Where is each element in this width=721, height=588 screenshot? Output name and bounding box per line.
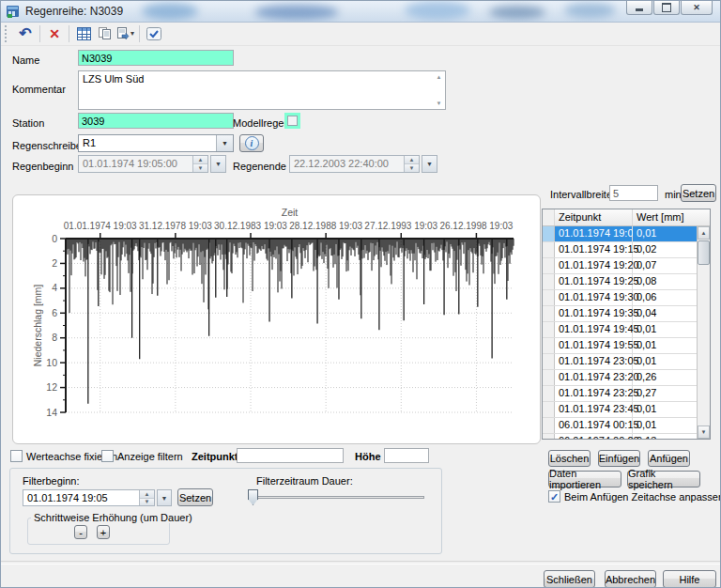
regenschreiber-select[interactable]: R1 ▼ (78, 134, 234, 152)
combo-arrow-icon[interactable]: ▼ (216, 135, 233, 151)
cell-zeitpunkt[interactable]: 06.01.1974 00:20 (555, 434, 633, 439)
table-icon[interactable] (74, 24, 93, 43)
cell-wert[interactable]: 0,01 (633, 322, 697, 337)
row-selector[interactable] (543, 434, 555, 439)
zeitpunkt-input[interactable] (237, 448, 344, 463)
table-row[interactable]: 01.01.1974 19:45 0,01 (543, 322, 697, 338)
cell-zeitpunkt[interactable]: 01.01.1974 19:55 (555, 338, 633, 353)
column-header-zeitpunkt[interactable]: Zeitpunkt (555, 209, 633, 225)
cell-zeitpunkt[interactable]: 01.01.1974 19:15 (555, 242, 633, 257)
step-plus-button[interactable]: + (97, 525, 110, 539)
duration-slider-track[interactable] (248, 496, 424, 499)
toolbar-grip[interactable] (5, 25, 9, 42)
cell-wert[interactable]: 0,01 (633, 338, 697, 353)
scroll-down-icon[interactable]: ▼ (434, 99, 444, 108)
row-selector[interactable] (543, 386, 555, 401)
filterbeginn-dropdown-button[interactable]: ▼ (157, 489, 172, 506)
row-selector[interactable] (543, 258, 555, 273)
title-bar[interactable]: Regenreihe: N3039 ✕ (1, 1, 720, 23)
copy-icon[interactable] (95, 24, 114, 43)
spinner[interactable]: ▲▼ (139, 490, 154, 505)
filter-setzen-button[interactable]: Setzen (177, 488, 213, 506)
cell-wert[interactable]: 0,01 (633, 226, 697, 241)
cell-zeitpunkt[interactable]: 01.01.1974 19:20 (555, 258, 633, 273)
undo-icon[interactable]: ↶ (16, 24, 35, 43)
spin-up-icon[interactable]: ▲ (140, 490, 154, 498)
cell-wert[interactable]: 0,04 (633, 306, 697, 321)
row-selector[interactable] (543, 370, 555, 385)
scroll-down-icon[interactable]: ▼ (698, 426, 710, 439)
cell-wert[interactable]: 0,26 (633, 370, 697, 385)
table-row[interactable]: 01.01.1974 23:45 0,01 (543, 402, 697, 418)
table-row[interactable]: 01.01.1974 23:25 0,27 (543, 386, 697, 402)
daten-importieren-button[interactable]: Daten importieren (548, 471, 621, 487)
abbrechen-button[interactable]: Abbrechen (605, 570, 656, 588)
schliessen-button[interactable]: Schließen (544, 570, 595, 588)
row-selector[interactable] (543, 402, 555, 417)
table-row[interactable]: 06.01.1974 00:20 0,13 (543, 434, 697, 439)
row-selector[interactable] (543, 306, 555, 321)
cell-zeitpunkt[interactable]: 01.01.1974 19:25 (555, 274, 633, 289)
step-minus-button[interactable]: - (74, 525, 87, 539)
cell-wert[interactable]: 0,06 (633, 290, 697, 305)
cell-wert[interactable]: 0,02 (633, 242, 697, 257)
scrollbar-thumb[interactable] (698, 240, 710, 265)
delete-icon[interactable]: ✕ (45, 24, 64, 43)
scroll-up-icon[interactable]: ▲ (434, 72, 444, 82)
cell-zeitpunkt[interactable]: 01.01.1974 23:05 (555, 354, 633, 369)
cell-wert[interactable]: 0,01 (633, 418, 697, 433)
cell-zeitpunkt[interactable]: 01.01.1974 19:35 (555, 306, 633, 321)
table-scrollbar[interactable]: ▲ ▼ (697, 226, 710, 439)
rain-chart[interactable]: 0246810121401.01.1974 19:0331.12.1978 19… (12, 194, 541, 444)
modellregen-checkbox[interactable] (284, 113, 300, 129)
row-selector[interactable] (543, 338, 555, 353)
intervallbreite-input[interactable] (609, 185, 658, 201)
table-row[interactable]: 01.01.1974 19:15 0,02 (543, 242, 697, 258)
table-row[interactable]: 01.01.1974 19:05 0,01 (543, 226, 697, 242)
value-table[interactable]: Zeitpunkt Wert [mm] 01.01.1974 19:05 0,0… (542, 209, 711, 440)
table-row[interactable]: 06.01.1974 00:15 0,01 (543, 418, 697, 434)
cell-zeitpunkt[interactable]: 01.01.1974 19:45 (555, 322, 633, 337)
row-selector[interactable] (543, 274, 555, 289)
close-button[interactable]: ✕ (681, 1, 713, 15)
cell-wert[interactable]: 0,01 (633, 402, 697, 417)
interval-setzen-button[interactable]: Setzen (681, 184, 716, 202)
minimize-button[interactable] (626, 1, 652, 15)
table-row[interactable]: 01.01.1974 23:20 0,26 (543, 370, 697, 386)
loeschen-button[interactable]: Löschen (548, 450, 591, 467)
name-input[interactable] (78, 50, 234, 66)
werteachse-fixieren-checkbox[interactable] (10, 450, 23, 462)
table-row[interactable]: 01.01.1974 19:55 0,01 (543, 338, 697, 354)
table-row[interactable]: 01.01.1974 19:25 0,08 (543, 274, 697, 290)
row-selector[interactable] (543, 226, 555, 241)
spin-down-icon[interactable]: ▼ (140, 498, 154, 506)
zeitachse-anpassen-checkbox[interactable]: ✓ (548, 490, 560, 503)
regenschreiber-info-button[interactable]: i (239, 134, 264, 152)
row-selector[interactable] (543, 354, 555, 369)
grafik-speichern-button[interactable]: Grafik speichern (627, 471, 700, 487)
cell-zeitpunkt[interactable]: 01.01.1974 23:20 (555, 370, 633, 385)
station-input[interactable] (78, 113, 234, 129)
anzeige-filtern-checkbox[interactable] (101, 450, 114, 462)
table-row[interactable]: 01.01.1974 19:30 0,06 (543, 290, 697, 306)
scroll-up-icon[interactable]: ▲ (698, 226, 710, 240)
row-selector[interactable] (543, 322, 555, 337)
column-header-wert[interactable]: Wert [mm] (633, 209, 710, 225)
cell-zeitpunkt[interactable]: 06.01.1974 00:15 (555, 418, 633, 433)
cell-wert[interactable]: 0,27 (633, 386, 697, 401)
row-selector[interactable] (543, 290, 555, 305)
maximize-button[interactable] (653, 1, 680, 15)
row-selector[interactable] (543, 418, 555, 433)
row-selector[interactable] (543, 242, 555, 257)
cell-zeitpunkt[interactable]: 01.01.1974 23:45 (555, 402, 633, 417)
table-row[interactable]: 01.01.1974 19:35 0,04 (543, 306, 697, 322)
cell-zeitpunkt[interactable]: 01.01.1974 19:30 (555, 290, 633, 305)
anfuegen-button[interactable]: Anfügen (648, 450, 690, 467)
filterbeginn-datetime[interactable]: 01.01.1974 19:05 ▲▼ (23, 489, 155, 506)
table-row[interactable]: 01.01.1974 23:05 0,01 (543, 354, 697, 370)
einfuegen-button[interactable]: Einfügen (598, 450, 640, 467)
table-row[interactable]: 01.01.1974 19:20 0,07 (543, 258, 697, 274)
chart-settings-icon[interactable] (145, 24, 163, 43)
cell-zeitpunkt[interactable]: 01.01.1974 19:05 (555, 226, 633, 241)
cell-wert[interactable]: 0,07 (633, 258, 697, 273)
